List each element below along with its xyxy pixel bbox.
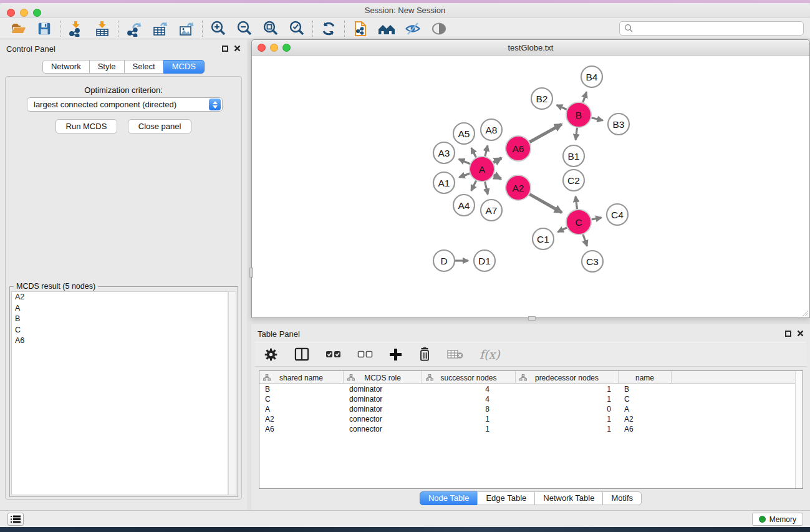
split-columns-button[interactable] bbox=[294, 347, 309, 361]
export-table-button[interactable] bbox=[147, 19, 173, 38]
search-input[interactable] bbox=[636, 22, 803, 34]
tab-network[interactable]: Network bbox=[42, 60, 90, 74]
graph-edge-C-C4[interactable] bbox=[592, 218, 602, 220]
column-header-name[interactable]: name bbox=[619, 371, 672, 384]
zoom-in-button[interactable] bbox=[205, 19, 231, 38]
mcds-result-list[interactable]: A2ABCA6 bbox=[11, 291, 228, 495]
result-item-a[interactable]: A bbox=[12, 303, 228, 314]
tab-motifs[interactable]: Motifs bbox=[602, 491, 642, 505]
splitter-grip[interactable] bbox=[528, 316, 536, 321]
delete-table-button[interactable] bbox=[447, 349, 463, 360]
result-list-scrollbar[interactable] bbox=[228, 291, 236, 495]
table-row-a[interactable]: Adominator80A bbox=[259, 404, 803, 414]
hide-details-button[interactable] bbox=[400, 19, 426, 38]
zoom-fit-button[interactable] bbox=[258, 19, 284, 38]
cell[interactable]: C bbox=[259, 394, 344, 404]
graph-node-A5[interactable]: A5 bbox=[453, 123, 475, 144]
graph-node-D[interactable]: D bbox=[433, 250, 455, 271]
cell[interactable]: A2 bbox=[259, 414, 344, 424]
graph-node-A7[interactable]: A7 bbox=[481, 200, 502, 221]
graph-edge-C-C3[interactable] bbox=[583, 235, 587, 246]
criterion-dropdown[interactable]: largest connected component (directed) bbox=[27, 97, 223, 112]
show-graphics-button[interactable] bbox=[426, 19, 452, 38]
cell[interactable]: connector bbox=[344, 424, 422, 434]
main-titlebar[interactable]: Session: New Session bbox=[0, 3, 810, 18]
save-session-button[interactable] bbox=[31, 19, 57, 38]
graph-node-A4[interactable]: A4 bbox=[453, 195, 475, 216]
graph-edge-B-B2[interactable] bbox=[557, 105, 567, 109]
graph-edge-A-A8[interactable] bbox=[485, 145, 488, 156]
tab-select[interactable]: Select bbox=[124, 60, 164, 74]
table-row-b[interactable]: Bdominator41B bbox=[259, 384, 803, 394]
export-image-button[interactable] bbox=[173, 19, 200, 38]
column-header-shared-name[interactable]: shared name bbox=[259, 371, 344, 384]
graph-edge-A-A5[interactable] bbox=[471, 148, 476, 157]
graph-edge-A-A1[interactable] bbox=[459, 173, 470, 177]
graph-node-B2[interactable]: B2 bbox=[531, 88, 552, 109]
cell[interactable]: A bbox=[259, 404, 344, 414]
graph-edge-C-C1[interactable] bbox=[557, 228, 567, 232]
graph-edge-A6-B[interactable] bbox=[529, 124, 562, 142]
graph-node-C[interactable]: C bbox=[566, 210, 591, 235]
select-all-columns-button[interactable] bbox=[325, 351, 341, 359]
float-panel-icon[interactable] bbox=[785, 331, 791, 337]
graph-edge-C-C2[interactable] bbox=[576, 196, 577, 209]
graph-node-A3[interactable]: A3 bbox=[433, 142, 455, 163]
tab-node-table[interactable]: Node Table bbox=[420, 491, 478, 505]
run-mcds-button[interactable]: Run MCDS bbox=[55, 119, 118, 133]
cell[interactable]: 4 bbox=[422, 384, 516, 394]
network-window-titlebar[interactable]: testGlobe.txt bbox=[252, 40, 809, 56]
network-canvas[interactable]: AA1A3A4A5A7A8A6A2BB1B2B3B4CC1C2C3C4DD1 bbox=[252, 56, 809, 317]
cell[interactable]: dominator bbox=[344, 394, 422, 404]
table-row-c[interactable]: Cdominator41C bbox=[259, 394, 803, 404]
cell[interactable]: dominator bbox=[344, 384, 422, 394]
tab-style[interactable]: Style bbox=[89, 60, 125, 74]
show-panels-button[interactable] bbox=[7, 513, 24, 526]
zoom-out-button[interactable] bbox=[231, 19, 258, 38]
graph-edge-A-A7[interactable] bbox=[485, 181, 488, 194]
column-header-predecessor-nodes[interactable]: predecessor nodes bbox=[516, 371, 619, 384]
resize-grip-icon[interactable] bbox=[801, 309, 809, 317]
graph-node-D1[interactable]: D1 bbox=[474, 250, 495, 271]
refresh-button[interactable] bbox=[316, 19, 342, 38]
result-item-a6[interactable]: A6 bbox=[12, 336, 228, 347]
cell[interactable]: 1 bbox=[516, 414, 619, 424]
table-scrollbar[interactable] bbox=[795, 371, 803, 488]
graph-edge-A-A3[interactable] bbox=[459, 159, 470, 164]
result-item-a2[interactable]: A2 bbox=[12, 292, 228, 303]
cell[interactable]: 1 bbox=[516, 394, 619, 404]
memory-button[interactable]: Memory bbox=[752, 513, 803, 526]
cell[interactable]: B bbox=[619, 384, 672, 394]
graph-node-C2[interactable]: C2 bbox=[563, 170, 584, 191]
table-row-a2[interactable]: A2connector11A2 bbox=[259, 414, 803, 424]
graph-node-B[interactable]: B bbox=[566, 102, 591, 127]
cell[interactable]: A6 bbox=[259, 424, 344, 434]
import-network-button[interactable] bbox=[63, 19, 89, 38]
graph-node-A8[interactable]: A8 bbox=[481, 119, 502, 140]
close-panel-icon[interactable] bbox=[234, 45, 241, 52]
cell[interactable]: 0 bbox=[516, 404, 619, 414]
graph-node-B1[interactable]: B1 bbox=[563, 145, 584, 167]
graph-node-C4[interactable]: C4 bbox=[607, 204, 628, 225]
cell[interactable]: C bbox=[619, 394, 672, 404]
graph-node-A2[interactable]: A2 bbox=[506, 175, 531, 200]
delete-columns-button[interactable] bbox=[418, 347, 431, 361]
import-table-button[interactable] bbox=[89, 19, 115, 38]
graph-edge-B-B3[interactable] bbox=[591, 118, 602, 120]
close-panel-button[interactable]: Close panel bbox=[128, 119, 192, 133]
cell[interactable]: 4 bbox=[422, 394, 516, 404]
table-settings-button[interactable] bbox=[264, 347, 278, 362]
graph-node-B3[interactable]: B3 bbox=[608, 114, 629, 135]
open-session-button[interactable] bbox=[5, 19, 31, 38]
cell[interactable]: 1 bbox=[516, 384, 619, 394]
graph-edge-A-A6[interactable] bbox=[493, 158, 501, 162]
graph-edge-A-A2[interactable] bbox=[494, 175, 501, 179]
cell[interactable]: B bbox=[259, 384, 344, 394]
cell[interactable]: A bbox=[619, 404, 672, 414]
create-column-button[interactable] bbox=[389, 348, 402, 361]
home-button[interactable] bbox=[374, 19, 400, 38]
table-row-a6[interactable]: A6connector11A6 bbox=[259, 424, 803, 434]
graph-edge-B-B1[interactable] bbox=[576, 128, 577, 140]
deselect-all-columns-button[interactable] bbox=[357, 351, 373, 359]
graph-node-A[interactable]: A bbox=[470, 157, 494, 181]
